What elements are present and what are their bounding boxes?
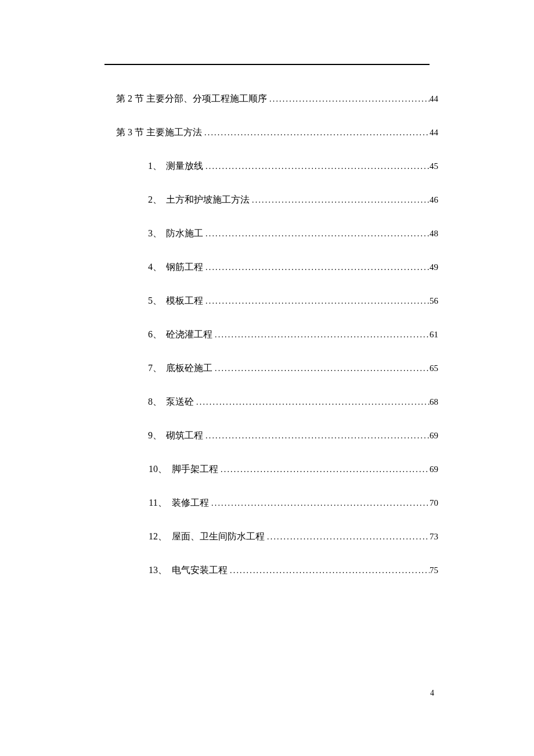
toc-page-number: 69 — [430, 465, 438, 474]
toc-marker: 12、 — [144, 531, 172, 543]
toc-marker: 2、 — [144, 194, 166, 206]
toc-leader-dots — [212, 330, 430, 340]
toc-title: 装修工程 — [172, 497, 209, 509]
toc-entry: 2、 土方和护坡施工方法 46 — [116, 194, 438, 228]
toc-entry: 11、 装修工程 70 — [116, 497, 438, 531]
toc-leader-dots — [203, 229, 430, 239]
toc-marker: 5、 — [144, 295, 166, 307]
toc-page-number: 68 — [430, 397, 438, 407]
toc-entry: 第 2 节 主要分部、分项工程施工顺序 44 — [116, 93, 438, 127]
toc-entry: 13、 电气安装工程 75 — [116, 564, 438, 598]
toc-page-number: 75 — [430, 566, 438, 575]
toc-leader-dots — [203, 263, 430, 272]
toc-entry: 6、 砼浇灌工程 61 — [116, 329, 438, 362]
toc-marker: 4、 — [144, 261, 166, 273]
toc-page-number: 46 — [430, 195, 438, 205]
toc-page-number: 49 — [430, 262, 438, 272]
toc-title: 模板工程 — [166, 295, 203, 307]
toc-entry: 12、 屋面、卫生间防水工程 73 — [116, 531, 438, 564]
toc-marker: 1、 — [144, 160, 166, 172]
toc-marker: 11、 — [144, 497, 172, 509]
toc-entry: 4、 钢筋工程 49 — [116, 261, 438, 295]
toc-leader-dots — [203, 431, 430, 441]
toc-entry: 9、 砌筑工程 69 — [116, 430, 438, 463]
toc-title: 砌筑工程 — [166, 430, 203, 442]
toc-entry: 3、 防水施工 48 — [116, 228, 438, 261]
toc-title: 泵送砼 — [166, 396, 194, 408]
toc-page-number: 73 — [430, 532, 438, 542]
toc-title: 第 2 节 主要分部、分项工程施工顺序 — [116, 93, 267, 105]
toc-entry: 5、 模板工程 56 — [116, 295, 438, 329]
toc-title: 钢筋工程 — [166, 261, 203, 273]
toc-title: 第 3 节 主要施工方法 — [116, 127, 202, 139]
toc-leader-dots — [209, 499, 430, 508]
toc-marker: 3、 — [144, 228, 166, 240]
toc-entry: 7、 底板砼施工 65 — [116, 362, 438, 396]
toc-leader-dots — [250, 196, 430, 205]
toc-page-number: 70 — [430, 498, 438, 508]
toc-leader-dots — [265, 532, 430, 542]
toc-leader-dots — [218, 465, 430, 474]
toc-leader-dots — [228, 566, 430, 575]
toc-page-number: 56 — [430, 296, 438, 306]
toc-entry: 10、 脚手架工程 69 — [116, 463, 438, 497]
toc-marker: 10、 — [144, 463, 172, 476]
toc-leader-dots — [194, 398, 430, 407]
toc-title: 防水施工 — [166, 228, 203, 240]
toc-page-number: 65 — [430, 363, 438, 373]
toc-title: 砼浇灌工程 — [166, 329, 212, 341]
toc-leader-dots — [212, 364, 430, 373]
toc-leader-dots — [267, 95, 430, 104]
toc-title: 测量放线 — [166, 160, 203, 172]
page-number: 4 — [430, 689, 434, 698]
toc-title: 土方和护坡施工方法 — [166, 194, 250, 206]
toc-marker: 6、 — [144, 329, 166, 341]
toc-leader-dots — [203, 162, 430, 171]
toc-title: 电气安装工程 — [172, 564, 228, 577]
toc-page-number: 44 — [430, 128, 438, 138]
toc-page-number: 44 — [430, 94, 438, 104]
toc-marker: 7、 — [144, 362, 166, 375]
toc-title: 脚手架工程 — [172, 463, 218, 476]
toc-entry: 1、 测量放线 45 — [116, 160, 438, 194]
toc-title: 屋面、卫生间防水工程 — [172, 531, 265, 543]
toc-page-number: 61 — [430, 330, 438, 340]
toc-entry: 第 3 节 主要施工方法 44 — [116, 127, 438, 160]
toc-title: 底板砼施工 — [166, 362, 212, 375]
toc-page-number: 48 — [430, 229, 438, 239]
toc-entry: 8、 泵送砼 68 — [116, 396, 438, 430]
toc-leader-dots — [203, 297, 430, 306]
toc-marker: 8、 — [144, 396, 166, 408]
toc-leader-dots — [202, 128, 430, 138]
toc-marker: 13、 — [144, 564, 172, 577]
toc-marker: 9、 — [144, 430, 166, 442]
toc-page-number: 69 — [430, 431, 438, 441]
toc-page-number: 45 — [430, 161, 438, 171]
toc-content: 第 2 节 主要分部、分项工程施工顺序 44 第 3 节 主要施工方法 44 1… — [116, 93, 438, 598]
header-rule — [104, 64, 430, 65]
